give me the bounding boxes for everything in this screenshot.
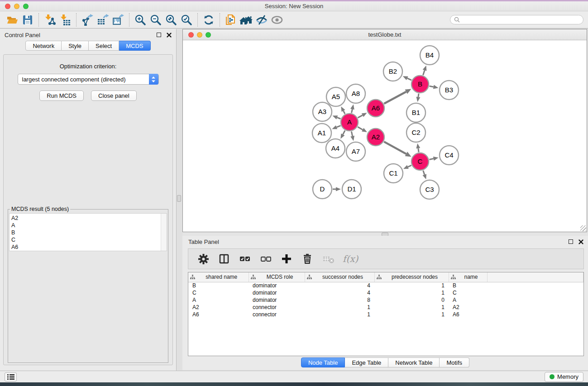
result-item-A2[interactable]: A2 bbox=[11, 214, 167, 222]
dropdown-stepper-icon bbox=[149, 74, 158, 85]
main-toolbar bbox=[0, 11, 588, 29]
vertical-splitter-grip[interactable] bbox=[177, 195, 181, 202]
close-panel-icon[interactable] bbox=[167, 33, 172, 38]
toggle-visibility-icon[interactable] bbox=[254, 13, 269, 27]
import-network-icon[interactable] bbox=[42, 13, 57, 27]
graph-edge-A-A1[interactable] bbox=[337, 126, 341, 127]
graph-node-label-C2: C2 bbox=[411, 129, 420, 136]
deselect-all-icon[interactable] bbox=[257, 251, 274, 267]
select-all-icon[interactable] bbox=[236, 251, 253, 267]
tab-mcds[interactable]: MCDS bbox=[119, 41, 150, 51]
delete-column-icon[interactable] bbox=[299, 251, 316, 267]
optimization-criterion-dropdown[interactable]: largest connected component (directed) bbox=[18, 74, 159, 85]
tab-motifs[interactable]: Motifs bbox=[440, 357, 469, 367]
table-row-A6[interactable]: A6connector11A6 bbox=[188, 311, 583, 318]
graph-edge-B-B1[interactable] bbox=[418, 94, 419, 97]
open-file-icon[interactable] bbox=[5, 13, 20, 27]
result-item-B[interactable]: B bbox=[11, 229, 167, 236]
graph-edge-A6-B[interactable] bbox=[384, 92, 406, 104]
close-window-button[interactable] bbox=[5, 4, 10, 9]
float-table-panel-icon[interactable] bbox=[569, 239, 573, 244]
graph-edge-B-B4[interactable] bbox=[423, 70, 425, 75]
column-header-shared-name[interactable]: shared name bbox=[188, 272, 249, 282]
memory-button[interactable]: Memory bbox=[545, 372, 583, 382]
network-window-titlebar[interactable]: testGlobe.txt bbox=[183, 29, 587, 40]
tab-style[interactable]: Style bbox=[62, 41, 89, 51]
graph-edge-A-A5[interactable] bbox=[344, 111, 345, 114]
column-icon[interactable] bbox=[215, 251, 233, 267]
export-network-icon[interactable] bbox=[80, 13, 95, 27]
graph-edge-A-A2[interactable] bbox=[358, 127, 363, 129]
zoom-out-icon[interactable] bbox=[148, 13, 163, 27]
close-panel-button[interactable]: Close panel bbox=[91, 91, 137, 101]
export-table-icon[interactable] bbox=[95, 13, 110, 27]
graph-edge-A-A3[interactable] bbox=[337, 118, 341, 119]
network-canvas[interactable]: B4B2BB3A8A5A6A3B1AC2A1A2A4A7C4CC1C3DD1 bbox=[183, 40, 587, 232]
table-row-C[interactable]: Cdominator41C bbox=[188, 289, 583, 296]
result-list-scrollbar[interactable] bbox=[161, 214, 167, 251]
result-item-A[interactable]: A bbox=[11, 222, 167, 229]
float-panel-icon[interactable] bbox=[157, 33, 161, 37]
control-panel: Control Panel NetworkStyleSelectMCDS Opt… bbox=[0, 29, 177, 371]
task-list-button[interactable] bbox=[5, 372, 17, 381]
hierarchy-icon bbox=[307, 275, 312, 280]
tab-network-table[interactable]: Network Table bbox=[388, 357, 440, 367]
home-icon[interactable] bbox=[239, 13, 254, 27]
tab-node-table[interactable]: Node Table bbox=[301, 357, 345, 367]
close-table-panel-icon[interactable] bbox=[578, 239, 583, 244]
graph-edge-A-A7[interactable] bbox=[351, 132, 352, 136]
column-header-successor-nodes[interactable]: successor nodes bbox=[305, 272, 374, 282]
graph-edge-C-C4[interactable] bbox=[430, 158, 434, 159]
network-graph[interactable]: B4B2BB3A8A5A6A3B1AC2A1A2A4A7C4CC1C3DD1 bbox=[183, 40, 587, 232]
minimize-window-button[interactable] bbox=[14, 4, 19, 9]
main-titlebar: Session: New Session bbox=[0, 1, 588, 11]
graph-edge-A2-C[interactable] bbox=[384, 142, 406, 154]
memory-status-dot bbox=[550, 374, 555, 379]
table-row-B[interactable]: Bdominator41B bbox=[188, 282, 583, 289]
graph-edge-C-C1[interactable] bbox=[408, 165, 411, 167]
save-session-icon[interactable] bbox=[20, 13, 35, 27]
export-image-icon[interactable] bbox=[110, 13, 126, 27]
graph-edge-A-A6[interactable] bbox=[358, 115, 363, 118]
duplicate-network-icon[interactable] bbox=[223, 13, 239, 27]
column-header-predecessor-nodes[interactable]: predecessor nodes bbox=[374, 272, 449, 282]
zoom-in-icon[interactable] bbox=[133, 13, 148, 27]
zoom-selected-icon[interactable] bbox=[179, 13, 194, 27]
result-item-C[interactable]: C bbox=[11, 236, 167, 243]
window-resize-grip[interactable] bbox=[580, 225, 586, 231]
search-input[interactable] bbox=[462, 17, 579, 23]
refresh-icon[interactable] bbox=[201, 13, 216, 27]
add-column-icon[interactable] bbox=[278, 251, 295, 267]
network-zoom-button[interactable] bbox=[206, 32, 211, 38]
hierarchy-icon bbox=[451, 275, 456, 280]
graph-node-label-A1: A1 bbox=[318, 129, 326, 137]
network-close-button[interactable] bbox=[188, 32, 194, 38]
graph-edge-B-B3[interactable] bbox=[430, 86, 434, 87]
column-header-name[interactable]: name bbox=[449, 272, 487, 282]
column-header-MCDS-role[interactable]: MCDS role bbox=[249, 272, 305, 282]
graph-edge-C-C3[interactable] bbox=[423, 171, 425, 175]
table-row-A2[interactable]: A2connector11A2 bbox=[188, 304, 583, 311]
tab-select[interactable]: Select bbox=[89, 41, 119, 51]
show-hidden-eye-icon[interactable] bbox=[269, 13, 285, 27]
graph-node-label-A7: A7 bbox=[352, 148, 360, 155]
table-row-A[interactable]: Adominator80A bbox=[188, 296, 583, 304]
network-minimize-button[interactable] bbox=[197, 32, 202, 38]
graph-edge-B-B2[interactable] bbox=[407, 78, 411, 80]
node-table[interactable]: shared nameMCDS rolesuccessor nodesprede… bbox=[188, 272, 584, 356]
tab-edge-table[interactable]: Edge Table bbox=[345, 357, 388, 367]
mcds-result-title: MCDS result (5 nodes) bbox=[10, 206, 70, 212]
graph-edge-A-A4[interactable] bbox=[343, 131, 345, 135]
zoom-fit-icon[interactable] bbox=[163, 13, 179, 27]
graph-edge-A-A8[interactable] bbox=[352, 109, 353, 113]
graph-edge-arrowhead bbox=[336, 187, 341, 191]
import-table-icon[interactable] bbox=[57, 13, 73, 27]
result-item-A6[interactable]: A6 bbox=[11, 243, 167, 251]
zoom-window-button[interactable] bbox=[23, 4, 29, 9]
search-field[interactable] bbox=[450, 15, 583, 24]
settings-gear-icon[interactable] bbox=[195, 251, 212, 267]
tab-network[interactable]: Network bbox=[25, 41, 62, 51]
run-mcds-button[interactable]: Run MCDS bbox=[39, 91, 84, 101]
graph-edge-C-C2[interactable] bbox=[418, 148, 419, 152]
svg-text:f(x): f(x) bbox=[343, 253, 359, 264]
